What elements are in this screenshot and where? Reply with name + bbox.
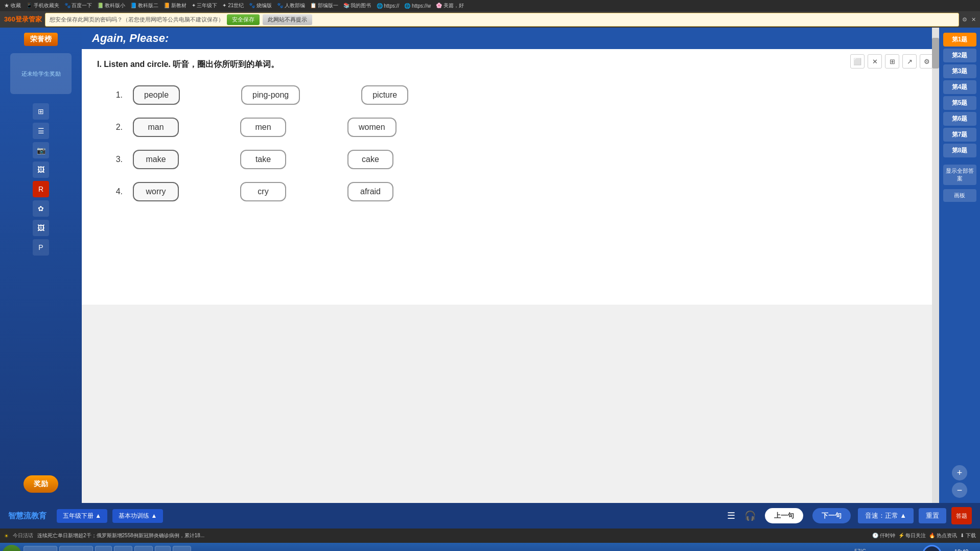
quiz-scrollbar[interactable] [932, 28, 939, 503]
grade-button[interactable]: 五年级下册 ▲ [57, 509, 107, 523]
word-label-4-3: afraid [360, 187, 381, 196]
question-btn-2[interactable]: 第2题 [943, 49, 976, 62]
word-box-3-2[interactable]: take [240, 150, 286, 169]
word-row-3: 3. make take cake [97, 150, 924, 169]
word-box-3-3[interactable]: cake [347, 150, 393, 169]
hot-icon: 🔥 热点资讯 [929, 532, 957, 539]
word-box-2-3[interactable]: women [347, 118, 396, 137]
list-icon-button[interactable]: ☰ [725, 508, 737, 523]
tab-grade3[interactable]: ✦ 三年级下 [190, 2, 220, 10]
sidebar-icon-4[interactable]: 🖼 [33, 162, 49, 178]
taskbar-app-3[interactable]: 🗂 [95, 546, 112, 551]
word-box-1-3[interactable]: picture [361, 85, 408, 105]
tab-textbook2[interactable]: 📘 教科版二 [128, 2, 160, 10]
main-area: 荣誉榜 还未给学生奖励 ⊞ ☰ 📷 🖼 R ✿ 🖼 P 奖励 Again, Pl… [0, 28, 980, 503]
word-label-3-2: take [255, 155, 271, 164]
address-bar: 360登录管家 想安全保存此网页的密码吗？（若您使用网吧等公共电脑不建议保存） … [0, 11, 980, 28]
sidebar-icon-2[interactable]: ☰ [33, 123, 49, 139]
question-btn-8[interactable]: 第8题 [943, 144, 976, 157]
tool-btn-1[interactable]: ⬜ [850, 54, 865, 68]
tab-textbook1[interactable]: 📗 教科版小 [95, 2, 127, 10]
clock-icon: 🕐 仟时钟 [872, 532, 895, 539]
tab-https1[interactable]: 🌐 https:// [375, 3, 402, 9]
question-btn-6[interactable]: 第6题 [943, 112, 976, 126]
sidebar-icon-6[interactable]: 🖼 [33, 220, 49, 236]
headphone-icon-button[interactable]: 🎧 [742, 508, 758, 523]
word-label-4-1: worry [146, 187, 166, 196]
sidebar-icon-5[interactable]: ✿ [33, 200, 49, 217]
question-btn-1[interactable]: 第1题 [943, 33, 976, 47]
word-box-1-2[interactable]: ping-pong [241, 85, 300, 105]
question-btn-7[interactable]: 第7题 [943, 128, 976, 142]
reward-button[interactable]: 奖励 [24, 475, 58, 493]
download-icon: ⬇ 下载 [960, 532, 976, 539]
taskbar-app-1[interactable]: 泰瑞集团 [24, 546, 57, 551]
question-btn-5[interactable]: 第5题 [943, 96, 976, 110]
status-icons-area: 🕐 仟时钟 ⚡ 每日关注 🔥 热点资讯 ⬇ 下载 [872, 532, 976, 539]
next-button[interactable]: 下一句 [812, 508, 851, 523]
taskbar-app-6[interactable]: ⊕ [155, 546, 171, 551]
word-label-2-1: man [148, 123, 164, 131]
tab-meipian[interactable]: 🌸 美篇，好 [434, 2, 466, 10]
reset-button[interactable]: 重置 [919, 508, 946, 523]
word-label-3-3: cake [362, 155, 379, 164]
word-box-1-1[interactable]: people [133, 85, 180, 105]
question-btn-4[interactable]: 第4题 [943, 80, 976, 94]
taskbar-app-7[interactable]: 🎯 [173, 546, 191, 551]
tab-mobile[interactable]: 📱 手机收藏夹 [24, 2, 61, 10]
page-title: Again, Please: [92, 32, 169, 44]
blackboard-button[interactable]: 画板 [943, 189, 976, 202]
tab-ren[interactable]: 🐾 人教部编 [275, 2, 307, 10]
word-box-3-1[interactable]: make [133, 150, 179, 169]
show-all-answers-button[interactable]: 显示全部答案 [943, 165, 976, 185]
save-password-label: 安全保存 [232, 16, 254, 22]
taskbar-app-4[interactable]: 🐾 [114, 546, 132, 551]
taskbar-app-2[interactable]: 搜索一下 [59, 546, 93, 551]
settings-icon[interactable]: ⚙ [962, 16, 967, 23]
row-number-1: 1. [97, 90, 123, 100]
brand-name: 智慧流教育 [8, 511, 46, 521]
tool-btn-close[interactable]: ✕ [868, 54, 882, 68]
sidebar-icon-p[interactable]: P [33, 239, 49, 256]
question-label-3: 第3题 [952, 67, 968, 75]
sidebar-icon-red[interactable]: R [33, 181, 49, 197]
no-remind-button[interactable]: 此网站不再提示 [263, 14, 312, 25]
tab-favorites[interactable]: ★ 收藏 [2, 2, 23, 10]
question-btn-3[interactable]: 第3题 [943, 64, 976, 78]
tab-baidu[interactable]: 🐾 百度一下 [62, 2, 95, 10]
start-button[interactable]: ⊞ [2, 545, 21, 551]
training-button[interactable]: 基本功训练 ▲ [112, 509, 163, 523]
word-box-4-3[interactable]: afraid [347, 182, 393, 201]
tab-burn[interactable]: 🐾 烧编版 [247, 2, 274, 10]
word-box-2-1[interactable]: man [133, 118, 179, 137]
prev-button[interactable]: 上一句 [765, 508, 803, 523]
scrollbar-thumb[interactable] [932, 38, 939, 68]
close-icon[interactable]: ✕ [971, 16, 976, 23]
tab-bu[interactable]: 📋 部编版一 [308, 2, 340, 10]
red-tool-button[interactable]: 答题 [951, 507, 972, 524]
tab-21[interactable]: ✦ 21世纪 [220, 2, 246, 10]
question-label-8: 第8题 [952, 147, 968, 154]
sidebar-icon-3[interactable]: 📷 [33, 142, 49, 158]
zoom-in-button[interactable]: + [952, 465, 967, 480]
word-box-4-2[interactable]: cry [240, 182, 286, 201]
sidebar-icon-1[interactable]: ⊞ [33, 103, 49, 120]
zoom-out-button[interactable]: − [952, 483, 967, 498]
tool-btn-expand[interactable]: ⊞ [885, 54, 899, 68]
quiz-instruction-text: I. Listen and circle. 听音，圈出你所听到的单词。 [97, 60, 279, 68]
zoom-controls: + − [952, 465, 967, 498]
status-bar: ☀ 今日活话 连续死亡单日新增超2千；俄罗斯新增2558例新冠肺炎确诊病例，累计… [0, 529, 980, 543]
next-label: 下一句 [822, 512, 842, 519]
tab-https2[interactable]: 🌐 https://w [402, 3, 433, 9]
save-password-button[interactable]: 安全保存 [227, 14, 260, 25]
word-row-4: 4. worry cry afraid [97, 182, 924, 201]
quiz-toolbar: ⬜ ✕ ⊞ ↗ ⚙ [850, 54, 934, 68]
word-box-2-2[interactable]: men [240, 118, 286, 137]
word-box-4-1[interactable]: worry [133, 182, 179, 201]
tab-new[interactable]: 📙 新教材 [161, 2, 189, 10]
speed-button[interactable]: 音速：正常 ▲ [858, 508, 914, 523]
taskbar-app-5[interactable]: 🌐 [134, 546, 153, 551]
tab-book[interactable]: 📚 我的图书 [341, 2, 374, 10]
tool-btn-share[interactable]: ↗ [902, 54, 917, 68]
word-row-1: 1. people ping-pong picture [97, 85, 924, 105]
